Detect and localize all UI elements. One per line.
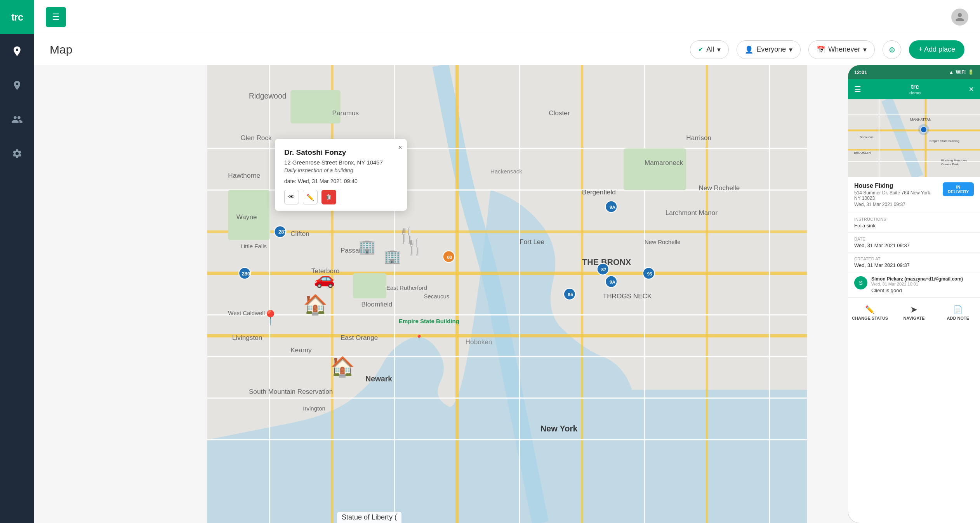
comment-content: Simon Piekarz (maszyna+d1@gmail.com) Wed… [871, 276, 974, 293]
phone-bottom-bar: ✏️ CHANGE STATUS ➤ NAVIGATE 📄 ADD NOTE [848, 298, 980, 327]
svg-text:Livingston: Livingston [232, 334, 262, 341]
whenever-filter-button[interactable]: 📅 Whenever ▾ [808, 40, 875, 59]
menu-button[interactable]: ☰ [46, 7, 66, 27]
change-status-button[interactable]: ✏️ CHANGE STATUS [848, 298, 892, 327]
svg-text:87: 87 [601, 267, 606, 272]
map-background: Ridgewood Glen Rock Paramus Hawthorne Fa… [34, 65, 980, 523]
add-note-button[interactable]: 📄 ADD NOTE [936, 298, 980, 327]
svg-text:New Rochelle: New Rochelle [699, 184, 740, 192]
marker-food-2[interactable]: 🍴 [405, 239, 424, 255]
svg-text:Paramus: Paramus [332, 109, 359, 117]
signal-icon: ▲ [949, 69, 954, 75]
svg-text:Newark: Newark [365, 375, 392, 383]
sidebar-item-settings[interactable] [0, 137, 34, 171]
target-icon: ⊕ [889, 45, 895, 54]
svg-rect-19 [290, 90, 341, 123]
svg-text:Corona Park: Corona Park [941, 163, 959, 166]
phone-logo: trc [861, 83, 969, 90]
phone-close-icon[interactable]: × [969, 84, 974, 94]
svg-text:New York: New York [540, 424, 578, 433]
popup-description: Daily inspection of a building [284, 167, 398, 173]
marker-building-2[interactable]: 🏢 [384, 249, 401, 263]
home-icon-2: 🏠 [330, 357, 354, 376]
svg-text:Hawthorne: Hawthorne [228, 171, 260, 179]
everyone-filter-button[interactable]: 👤 Everyone ▾ [737, 40, 801, 59]
marker-building-1[interactable]: 🏢 [358, 240, 376, 254]
svg-text:9A: 9A [610, 279, 616, 285]
whenever-filter-label: Whenever [828, 45, 860, 54]
svg-rect-22 [624, 149, 686, 190]
svg-text:Clifton: Clifton [290, 230, 309, 237]
target-location-button[interactable]: ⊕ [883, 40, 901, 59]
marker-location[interactable]: 📍 [262, 310, 279, 326]
eye-icon: 👁 [288, 194, 295, 201]
add-note-icon: 📄 [953, 305, 963, 314]
svg-text:Wayne: Wayne [236, 213, 257, 221]
phone-instructions-label: Instructions [854, 217, 974, 222]
svg-text:Hackensack: Hackensack [490, 168, 522, 175]
svg-text:Empire State Building: Empire State Building [930, 139, 959, 143]
add-place-button[interactable]: + Add place [909, 40, 964, 59]
phone-comment: S Simon Piekarz (maszyna+d1@gmail.com) W… [848, 272, 980, 298]
svg-text:Ridgewood: Ridgewood [249, 92, 287, 100]
popup-date: date: Wed, 31 Mar 2021 09:40 [284, 178, 398, 184]
phone-time: 12:01 [854, 69, 867, 75]
pin-icon: 📍 [262, 310, 279, 326]
statue-of-liberty-label: Statue of Liberty ( [337, 512, 401, 523]
change-status-label: CHANGE STATUS [852, 316, 888, 320]
map-container[interactable]: Ridgewood Glen Rock Paramus Hawthorne Fa… [34, 65, 980, 523]
phone-date-label: Date [854, 237, 974, 241]
phone-map-area[interactable]: MANHATTAN Empire State Building Secaucus… [848, 99, 980, 177]
everyone-chevron-icon: ▾ [789, 45, 792, 54]
phone-status-bar: 12:01 ▲ WiFi 🔋 [848, 65, 980, 79]
sidebar-item-map[interactable] [0, 34, 34, 68]
popup-close-button[interactable]: × [398, 144, 402, 152]
svg-text:80: 80 [447, 255, 453, 260]
phone-instructions: Instructions Fix a sink [848, 213, 980, 233]
phone-status-badge: IN DELIVERY [943, 182, 974, 196]
popup-view-button[interactable]: 👁 [284, 190, 299, 204]
svg-text:Kearny: Kearny [290, 346, 312, 354]
svg-text:South Mountain Reservation: South Mountain Reservation [249, 388, 333, 395]
popup-delete-button[interactable]: 🗑 [321, 190, 336, 204]
sidebar-item-people[interactable] [0, 102, 34, 137]
popup-edit-button[interactable]: ✏️ [303, 190, 318, 204]
svg-text:BROOKLYN: BROOKLYN [854, 151, 871, 154]
all-filter-button[interactable]: ✔ All ▾ [690, 40, 729, 59]
phone-created-at-value: Wed, 31 Mar 2021 09:37 [854, 262, 974, 268]
phone-menu-icon[interactable]: ☰ [854, 85, 861, 94]
sidebar-item-location[interactable] [0, 68, 34, 102]
phone-created-at-label: Created at [854, 256, 974, 261]
add-note-label: ADD NOTE [947, 316, 969, 320]
phone-frame: 12:01 ▲ WiFi 🔋 ☰ trc demo × [848, 65, 980, 523]
phone-map-svg: MANHATTAN Empire State Building Secaucus… [848, 99, 980, 177]
svg-text:Harrison: Harrison [686, 134, 711, 142]
svg-text:Bergenfield: Bergenfield [582, 188, 616, 196]
phone-subtitle: demo [861, 90, 969, 95]
navigate-button[interactable]: ➤ NAVIGATE [892, 298, 936, 327]
everyone-filter-label: Everyone [756, 45, 786, 54]
marker-home-1[interactable]: 🏠 [303, 295, 327, 314]
user-avatar[interactable] [951, 9, 968, 26]
check-circle-icon: ✔ [698, 46, 703, 53]
sidebar: trc [0, 0, 34, 523]
car-icon: 🚗 [314, 270, 335, 287]
battery-icon: 🔋 [968, 69, 974, 75]
svg-text:280: 280 [242, 271, 250, 277]
wifi-icon: WiFi [956, 69, 966, 75]
person-icon: 👤 [745, 45, 753, 54]
marker-home-2[interactable]: 🏠 [330, 357, 354, 376]
svg-text:MANHATTAN: MANHATTAN [910, 118, 931, 121]
phone-card-address: 514 Summer Dr. Suite 764 New York, NY 10… [854, 190, 938, 201]
svg-text:Bloomfield: Bloomfield [361, 300, 393, 308]
phone-date-section: Date Wed, 31 Mar 2021 09:37 [848, 233, 980, 253]
svg-text:Glen Rock: Glen Rock [240, 134, 272, 142]
phone-card-date: Wed, 31 Mar 2021 09:37 [854, 202, 938, 207]
whenever-chevron-icon: ▾ [863, 45, 867, 54]
svg-text:📍: 📍 [415, 334, 423, 341]
svg-text:287: 287 [278, 229, 287, 235]
marker-car[interactable]: 🚗 [314, 270, 335, 287]
navigate-icon: ➤ [910, 305, 917, 314]
phone-card-title: House Fixing [854, 182, 938, 189]
comment-author: Simon Piekarz (maszyna+d1@gmail.com) [871, 276, 974, 282]
